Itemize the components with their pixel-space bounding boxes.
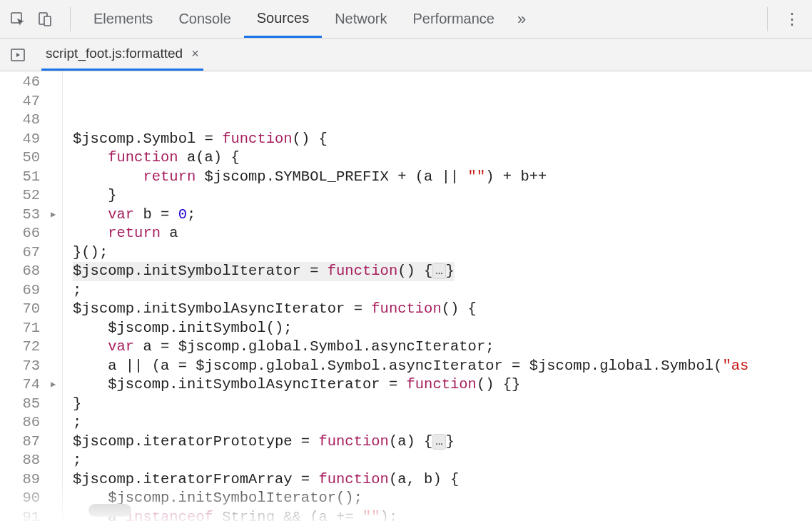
fold-gutter-cell — [44, 338, 62, 357]
line-number[interactable]: 85 — [0, 395, 40, 414]
fold-gutter-cell — [44, 168, 62, 187]
file-tab-label: script_foot.js:formatted — [46, 46, 183, 61]
code-line[interactable]: $jscomp.initSymbol(); — [73, 319, 812, 338]
line-number[interactable]: 74 — [0, 375, 40, 395]
fold-gutter-cell — [44, 300, 62, 319]
line-number[interactable]: 67 — [0, 243, 40, 263]
sources-file-tabstrip: script_foot.js:formatted × — [0, 39, 812, 71]
line-number[interactable]: 68 — [0, 262, 40, 281]
line-number[interactable]: 89 — [0, 470, 40, 490]
devtools-toolbar: Elements Console Sources Network Perform… — [0, 0, 812, 39]
fold-gutter-cell — [44, 224, 62, 243]
tab-elements[interactable]: Elements — [81, 0, 166, 38]
line-number[interactable]: 50 — [0, 148, 40, 168]
code-line[interactable]: ; — [73, 413, 812, 433]
code-line[interactable]: }(); — [73, 243, 812, 263]
line-number[interactable]: 48 — [0, 111, 40, 130]
line-number[interactable]: 53 — [0, 206, 40, 225]
code-content[interactable]: $jscomp.Symbol = function() { function a… — [63, 71, 812, 521]
line-number[interactable]: 71 — [0, 319, 40, 338]
code-line[interactable]: ; — [73, 451, 812, 470]
fold-gutter-cell — [44, 395, 62, 414]
devtools-panel-tabs: Elements Console Sources Network Perform… — [81, 0, 536, 38]
code-line[interactable]: function a(a) { — [73, 148, 812, 168]
toolbar-separator — [70, 7, 71, 31]
code-line[interactable]: } — [73, 395, 812, 414]
line-number[interactable]: 87 — [0, 433, 40, 452]
line-number[interactable]: 47 — [0, 92, 40, 111]
line-number[interactable]: 88 — [0, 451, 40, 470]
horizontal-scrollbar-thumb[interactable] — [88, 504, 131, 517]
line-number[interactable]: 72 — [0, 338, 40, 357]
fold-gutter-cell — [44, 92, 62, 111]
fold-gutter-cell — [44, 73, 62, 92]
line-number[interactable]: 86 — [0, 413, 40, 433]
fold-gutter-cell — [44, 357, 62, 376]
code-line[interactable]: $jscomp.iteratorFromArray = function(a, … — [73, 470, 812, 490]
code-line[interactable]: return a — [73, 224, 812, 243]
line-number[interactable]: 91 — [0, 508, 40, 522]
line-number[interactable]: 69 — [0, 281, 40, 300]
code-line[interactable]: $jscomp.initSymbolAsyncIterator = functi… — [73, 300, 812, 319]
fold-gutter-cell — [44, 111, 62, 130]
fold-ellipsis[interactable]: … — [432, 434, 445, 450]
tab-performance[interactable]: Performance — [400, 0, 508, 38]
line-number[interactable]: 66 — [0, 224, 40, 243]
code-line[interactable]: $jscomp.initSymbolIterator(); — [73, 489, 812, 508]
devtools-menu-icon[interactable]: ⋮ — [778, 10, 806, 29]
line-number[interactable]: 70 — [0, 300, 40, 319]
fold-gutter-cell — [44, 470, 62, 490]
fold-toggle-icon[interactable]: ▶ — [44, 375, 62, 395]
fold-ellipsis[interactable]: … — [432, 263, 445, 279]
tab-console[interactable]: Console — [166, 0, 243, 38]
line-number[interactable]: 52 — [0, 186, 40, 206]
fold-gutter-cell — [44, 413, 62, 433]
fold-gutter-cell — [44, 186, 62, 206]
fold-gutter-cell — [44, 130, 62, 149]
more-tabs-icon[interactable]: » — [507, 10, 536, 29]
line-number[interactable]: 49 — [0, 130, 40, 149]
fold-gutter-cell — [44, 319, 62, 338]
fold-gutter-cell — [44, 489, 62, 508]
fold-gutter-cell — [44, 148, 62, 168]
line-number[interactable]: 46 — [0, 73, 40, 92]
fold-gutter[interactable]: ▶▶ — [44, 71, 63, 521]
code-line[interactable]: $jscomp.initSymbolIterator = function() … — [73, 262, 455, 281]
svg-rect-2 — [44, 16, 51, 26]
tab-network[interactable]: Network — [322, 0, 400, 38]
fold-gutter-cell — [44, 262, 62, 281]
tab-sources[interactable]: Sources — [244, 0, 322, 38]
code-line[interactable]: var a = $jscomp.global.Symbol.asyncItera… — [73, 338, 812, 357]
line-number[interactable]: 73 — [0, 357, 40, 376]
code-line[interactable]: $jscomp.Symbol = function() { — [73, 130, 812, 149]
line-number[interactable]: 51 — [0, 168, 40, 187]
code-line[interactable]: } — [73, 186, 812, 206]
code-line[interactable]: a || (a = $jscomp.global.Symbol.asyncIte… — [73, 357, 812, 376]
toggle-device-toolbar-icon[interactable] — [33, 7, 57, 31]
close-icon[interactable]: × — [191, 46, 199, 61]
file-tab-active[interactable]: script_foot.js:formatted × — [41, 39, 203, 71]
code-line[interactable]: ; — [73, 281, 812, 300]
fold-gutter-cell — [44, 243, 62, 263]
fade-overlay-top — [63, 71, 812, 79]
code-line[interactable]: a instanceof String && (a += ""); — [73, 508, 812, 522]
show-navigator-icon[interactable] — [7, 44, 29, 66]
line-number-gutter[interactable]: 4647484950515253666768697071727374858687… — [0, 71, 44, 521]
code-line[interactable]: $jscomp.initSymbolAsyncIterator = functi… — [73, 375, 812, 395]
fold-toggle-icon[interactable]: ▶ — [44, 206, 62, 225]
fold-gutter-cell — [44, 433, 62, 452]
code-line[interactable]: return $jscomp.SYMBOL_PREFIX + (a || "")… — [73, 168, 812, 187]
fold-gutter-cell — [44, 508, 62, 522]
fold-gutter-cell — [44, 281, 62, 300]
line-number[interactable]: 90 — [0, 489, 40, 508]
fold-gutter-cell — [44, 451, 62, 470]
code-line[interactable]: $jscomp.iteratorPrototype = function(a) … — [73, 433, 812, 452]
source-editor: 4647484950515253666768697071727374858687… — [0, 71, 812, 521]
toolbar-separator-right — [767, 7, 768, 31]
inspect-element-icon[interactable] — [6, 7, 30, 31]
code-line[interactable]: var b = 0; — [73, 206, 812, 225]
